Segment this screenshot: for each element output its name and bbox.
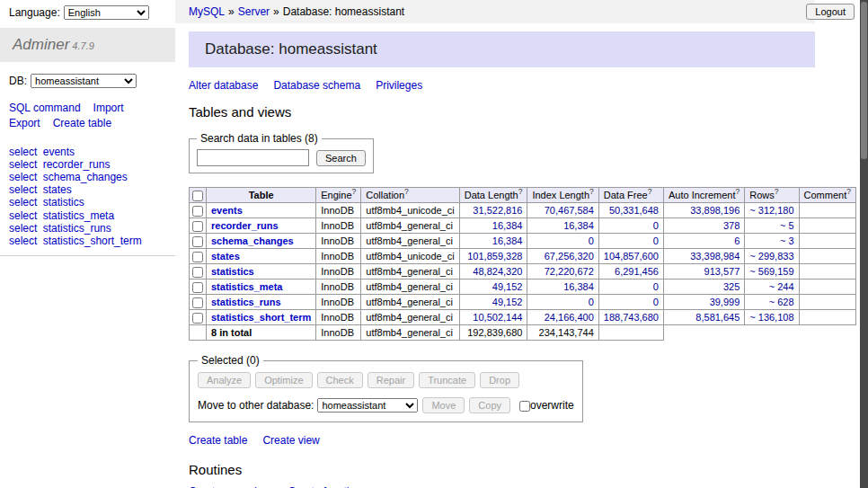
help-link[interactable]: ?: [589, 187, 594, 196]
repair-button[interactable]: Repair: [368, 372, 414, 388]
drop-button[interactable]: Drop: [480, 372, 519, 388]
index-length-cell: 70,467,584: [527, 203, 598, 218]
search-legend: Search data in tables (8): [197, 132, 322, 145]
select-table-link[interactable]: select: [9, 235, 37, 247]
table-name-link[interactable]: schema_changes: [43, 171, 128, 183]
copy-button[interactable]: Copy: [469, 397, 510, 413]
table-name-link[interactable]: statistics_meta: [211, 281, 283, 292]
tables-header-row: TableEngine?Collation?Data Length?Index …: [190, 188, 856, 203]
auto-increment-cell: 325: [663, 279, 744, 295]
column-header: Rows?: [745, 188, 799, 203]
search-button[interactable]: Search: [316, 150, 366, 166]
row-checkbox[interactable]: [192, 252, 203, 262]
database-schema-link[interactable]: Database schema: [273, 79, 360, 92]
data-free-cell: 0: [598, 279, 663, 295]
create-links: Create tableCreate view: [189, 434, 815, 447]
analyze-button[interactable]: Analyze: [198, 372, 251, 388]
scrollbar[interactable]: [860, 0, 868, 488]
table-row: statistics_short_termInnoDButf8mb4_gener…: [190, 310, 856, 325]
help-link[interactable]: ?: [648, 187, 652, 196]
table-name-link[interactable]: statistics: [211, 266, 254, 277]
check-button[interactable]: Check: [317, 372, 363, 388]
privileges-link[interactable]: Privileges: [376, 79, 422, 92]
table-name-link[interactable]: schema_changes: [211, 235, 294, 246]
row-checkbox[interactable]: [192, 221, 203, 232]
index-length-cell: 16,384: [527, 218, 598, 234]
select-table-link[interactable]: select: [9, 196, 37, 209]
table-name-link[interactable]: events: [211, 205, 243, 216]
table-name-link[interactable]: recorder_runs: [43, 158, 111, 171]
sidebar-link[interactable]: SQL command: [9, 102, 81, 114]
logout-button[interactable]: Logout: [806, 4, 855, 20]
table-name-link[interactable]: statistics_runs: [43, 222, 111, 235]
select-table-link[interactable]: select: [9, 171, 37, 183]
comment-cell: [799, 249, 855, 264]
move-db-select[interactable]: homeassistant: [317, 398, 418, 413]
sidebar-link[interactable]: Export: [9, 117, 40, 129]
auto-increment-cell: 6: [663, 234, 744, 249]
row-checkbox[interactable]: [192, 313, 203, 324]
move-row: Move to other database:homeassistantMove…: [198, 397, 574, 413]
auto-increment-cell: 33,398,984: [663, 249, 744, 264]
rows-cell: ~ 628: [745, 295, 799, 310]
comment-cell: [799, 234, 855, 249]
select-all-checkbox[interactable]: [192, 191, 203, 201]
sidebar-table-item: select schema_changes: [9, 171, 166, 183]
column-header: Index Length?: [527, 188, 598, 203]
sidebar-table-item: select statistics: [9, 196, 166, 209]
select-all-cell: [190, 188, 207, 203]
comment-cell: [799, 264, 855, 279]
optimize-button[interactable]: Optimize: [255, 372, 312, 388]
truncate-button[interactable]: Truncate: [419, 372, 475, 388]
create-table-link[interactable]: Create table: [189, 434, 247, 447]
row-checkbox[interactable]: [192, 236, 203, 247]
table-name-link[interactable]: states: [211, 251, 240, 262]
table-name-link[interactable]: statistics_short_term: [43, 235, 142, 247]
table-name-link[interactable]: statistics_runs: [211, 297, 281, 307]
help-link[interactable]: ?: [846, 187, 851, 196]
data-length-cell: 101,859,328: [459, 249, 527, 264]
routines-heading: Routines: [189, 462, 815, 477]
table-row: statistics_runsInnoDButf8mb4_general_ci4…: [190, 295, 856, 310]
select-table-link[interactable]: select: [9, 209, 37, 222]
table-name-link[interactable]: recorder_runs: [211, 220, 279, 231]
move-button[interactable]: Move: [422, 397, 465, 413]
data-free-cell: 0: [598, 295, 663, 310]
row-checkbox[interactable]: [192, 297, 203, 308]
table-row: eventsInnoDButf8mb4_unicode_ci31,522,816…: [190, 203, 856, 218]
language-bar: Language:English: [0, 0, 175, 24]
help-link[interactable]: ?: [352, 187, 357, 196]
table-name-link[interactable]: events: [43, 146, 75, 158]
help-link[interactable]: ?: [518, 187, 523, 196]
table-name-link[interactable]: states: [43, 183, 72, 196]
table-name-link[interactable]: statistics_short_term: [211, 312, 311, 323]
auto-increment-cell: 39,999: [663, 295, 744, 310]
data-free-cell: 0: [598, 234, 663, 249]
help-link[interactable]: ?: [404, 187, 409, 196]
help-link[interactable]: ?: [775, 187, 779, 196]
alter-database-link[interactable]: Alter database: [189, 79, 258, 92]
sidebar-link[interactable]: Import: [93, 102, 124, 114]
create-view-link[interactable]: Create view: [262, 434, 319, 447]
select-table-link[interactable]: select: [9, 183, 37, 196]
breadcrumb-link[interactable]: Server: [238, 5, 270, 18]
table-name-link[interactable]: statistics: [43, 196, 84, 209]
row-checkbox[interactable]: [192, 267, 203, 278]
breadcrumb-link[interactable]: MySQL: [189, 5, 225, 18]
index-length-cell: 24,166,400: [527, 310, 598, 325]
engine-cell: InnoDB: [316, 218, 361, 234]
help-link[interactable]: ?: [736, 187, 740, 196]
scrollbar-thumb[interactable]: [861, 2, 867, 159]
search-input[interactable]: [197, 149, 309, 166]
sidebar-link[interactable]: Create table: [53, 117, 111, 129]
language-select[interactable]: English: [64, 5, 149, 20]
select-table-link[interactable]: select: [9, 146, 37, 158]
overwrite-checkbox[interactable]: [519, 401, 530, 412]
select-table-link[interactable]: select: [9, 222, 37, 235]
row-checkbox[interactable]: [192, 206, 203, 217]
select-table-link[interactable]: select: [9, 158, 37, 171]
db-select[interactable]: homeassistant: [31, 74, 137, 88]
table-name-link[interactable]: statistics_meta: [43, 209, 114, 222]
comment-cell: [799, 203, 855, 218]
row-checkbox[interactable]: [192, 282, 203, 293]
